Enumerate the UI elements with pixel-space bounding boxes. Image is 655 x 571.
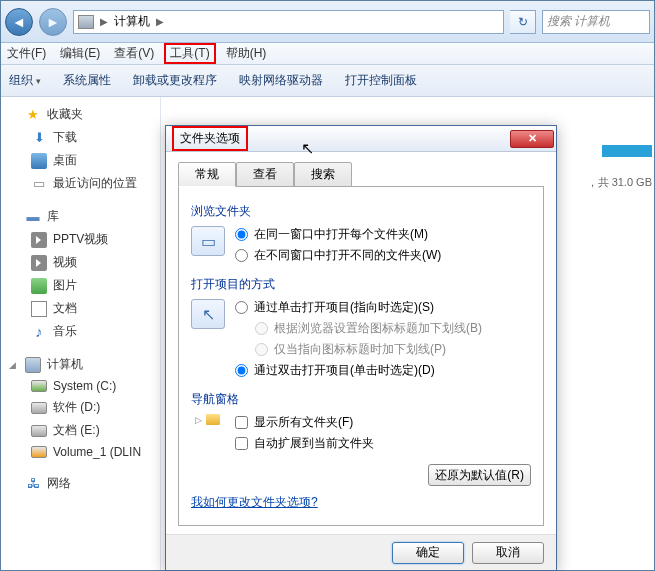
sidebar-item-pictures[interactable]: 图片 <box>1 274 160 297</box>
close-button[interactable]: ✕ <box>510 130 554 148</box>
video-icon <box>31 232 47 248</box>
ok-button[interactable]: 确定 <box>392 542 464 564</box>
breadcrumb-sep-icon: ▶ <box>156 16 164 27</box>
computer-icon <box>25 357 41 373</box>
favorites-group: ★ 收藏夹 ⬇下载 桌面 ▭最近访问的位置 <box>1 103 160 195</box>
computer-label: 计算机 <box>47 356 83 373</box>
disk-info-text: ，共 31.0 GB <box>587 175 652 190</box>
search-input[interactable]: 搜索 计算机 <box>542 10 650 34</box>
opt-double-click[interactable]: 通过双击打开项目(单击时选定)(D) <box>235 362 482 379</box>
radio-same-window[interactable] <box>235 228 248 241</box>
sidebar-item-drive-d[interactable]: 软件 (D:) <box>1 396 160 419</box>
sysprops-button[interactable]: 系统属性 <box>63 72 111 89</box>
opt-auto-expand[interactable]: 自动扩展到当前文件夹 <box>235 435 374 452</box>
tab-search[interactable]: 搜索 <box>294 162 352 187</box>
click-icon: ↖ <box>191 299 225 329</box>
libraries-header[interactable]: ▬ 库 <box>1 205 160 228</box>
controlpanel-button[interactable]: 打开控制面板 <box>345 72 417 89</box>
libraries-label: 库 <box>47 208 59 225</box>
radio-double-click[interactable] <box>235 364 248 377</box>
menu-file[interactable]: 文件(F) <box>7 45 46 62</box>
nav-back-button[interactable]: ◄ <box>5 8 33 36</box>
music-icon: ♪ <box>31 324 47 340</box>
breadcrumb-sep-icon: ▶ <box>100 16 108 27</box>
mapdrive-button[interactable]: 映射网络驱动器 <box>239 72 323 89</box>
dialog-buttons: 确定 取消 <box>166 534 556 570</box>
radio-own-window[interactable] <box>235 249 248 262</box>
tab-view[interactable]: 查看 <box>236 162 294 187</box>
usb-drive-icon <box>31 446 47 458</box>
browse-folders-group: 浏览文件夹 ▭ 在同一窗口中打开每个文件夹(M) 在不同窗口中打开不同的文件夹(… <box>191 203 531 264</box>
opt-underline-browser: 根据浏览器设置给图标标题加下划线(B) <box>255 320 482 337</box>
disk-usage-bar <box>602 145 652 157</box>
dialog-title: 文件夹选项 <box>172 126 248 151</box>
recent-icon: ▭ <box>31 176 47 192</box>
network-header[interactable]: 🖧 网络 <box>1 472 160 495</box>
sidebar-item-desktop[interactable]: 桌面 <box>1 149 160 172</box>
expand-icon[interactable]: ◢ <box>9 360 19 370</box>
menu-view[interactable]: 查看(V) <box>114 45 154 62</box>
check-show-all[interactable] <box>235 416 248 429</box>
cancel-button[interactable]: 取消 <box>472 542 544 564</box>
drive-icon <box>31 402 47 414</box>
browse-folders-title: 浏览文件夹 <box>191 203 531 220</box>
computer-header[interactable]: ◢ 计算机 <box>1 353 160 376</box>
network-label: 网络 <box>47 475 71 492</box>
sidebar-item-videos[interactable]: 视频 <box>1 251 160 274</box>
sidebar-item-pptv[interactable]: PPTV视频 <box>1 228 160 251</box>
address-bar[interactable]: ▶ 计算机 ▶ <box>73 10 504 34</box>
toolbar: 组织 系统属性 卸载或更改程序 映射网络驱动器 打开控制面板 <box>1 65 654 97</box>
opt-show-all-folders[interactable]: 显示所有文件夹(F) <box>235 414 374 431</box>
computer-icon <box>78 15 94 29</box>
opt-own-window[interactable]: 在不同窗口中打开不同的文件夹(W) <box>235 247 441 264</box>
explorer-window: ◄ ► ▶ 计算机 ▶ ↻ 搜索 计算机 文件(F) 编辑(E) 查看(V) 工… <box>0 0 655 571</box>
document-icon <box>31 301 47 317</box>
help-link[interactable]: 我如何更改文件夹选项? <box>191 494 318 511</box>
desktop-icon <box>31 153 47 169</box>
sidebar-item-drive-e[interactable]: 文档 (E:) <box>1 419 160 442</box>
nav-pane: ★ 收藏夹 ⬇下载 桌面 ▭最近访问的位置 ▬ 库 PPTV视频 视频 图片 文… <box>1 97 161 570</box>
network-icon: 🖧 <box>25 476 41 492</box>
check-auto-expand[interactable] <box>235 437 248 450</box>
sidebar-item-drive-c[interactable]: System (C:) <box>1 376 160 396</box>
sidebar-item-documents[interactable]: 文档 <box>1 297 160 320</box>
sidebar-item-music[interactable]: ♪音乐 <box>1 320 160 343</box>
radio-single-click[interactable] <box>235 301 248 314</box>
dialog-titlebar[interactable]: 文件夹选项 ✕ <box>166 126 556 152</box>
menu-tools[interactable]: 工具(T) <box>164 43 215 64</box>
dialog-body: 常规 查看 搜索 浏览文件夹 ▭ 在同一窗口中打开每个文件夹(M) 在不同窗口中… <box>166 152 556 534</box>
sidebar-item-downloads[interactable]: ⬇下载 <box>1 126 160 149</box>
library-icon: ▬ <box>25 209 41 225</box>
opt-single-click[interactable]: 通过单击打开项目(指向时选定)(S) <box>235 299 482 316</box>
network-group: 🖧 网络 <box>1 472 160 495</box>
browse-icon: ▭ <box>191 226 225 256</box>
drive-icon <box>31 380 47 392</box>
sidebar-item-recent[interactable]: ▭最近访问的位置 <box>1 172 160 195</box>
favorites-header[interactable]: ★ 收藏夹 <box>1 103 160 126</box>
nav-pane-group: 导航窗格 ▷ 显示所有文件夹(F) 自动扩展到当前文件夹 <box>191 391 531 452</box>
tabs: 常规 查看 搜索 <box>178 162 544 187</box>
picture-icon <box>31 278 47 294</box>
menu-help[interactable]: 帮助(H) <box>226 45 267 62</box>
click-items-title: 打开项目的方式 <box>191 276 531 293</box>
computer-group: ◢ 计算机 System (C:) 软件 (D:) 文档 (E:) Volume… <box>1 353 160 462</box>
refresh-button[interactable]: ↻ <box>510 10 536 34</box>
sidebar-item-drive-usb[interactable]: Volume_1 (DLIN <box>1 442 160 462</box>
address-location[interactable]: 计算机 <box>114 13 150 30</box>
tab-general[interactable]: 常规 <box>178 162 236 187</box>
titlebar: ◄ ► ▶ 计算机 ▶ ↻ 搜索 计算机 <box>1 1 654 43</box>
restore-defaults-button[interactable]: 还原为默认值(R) <box>428 464 531 486</box>
uninstall-button[interactable]: 卸载或更改程序 <box>133 72 217 89</box>
menu-edit[interactable]: 编辑(E) <box>60 45 100 62</box>
star-icon: ★ <box>25 107 41 123</box>
organize-button[interactable]: 组织 <box>9 72 41 89</box>
menubar: 文件(F) 编辑(E) 查看(V) 工具(T) 帮助(H) <box>1 43 654 65</box>
video-icon <box>31 255 47 271</box>
opt-same-window[interactable]: 在同一窗口中打开每个文件夹(M) <box>235 226 441 243</box>
nav-pane-title: 导航窗格 <box>191 391 531 408</box>
drive-icon <box>31 425 47 437</box>
opt-underline-point: 仅当指向图标标题时加下划线(P) <box>255 341 482 358</box>
tab-pane-general: 浏览文件夹 ▭ 在同一窗口中打开每个文件夹(M) 在不同窗口中打开不同的文件夹(… <box>178 186 544 526</box>
nav-forward-button[interactable]: ► <box>39 8 67 36</box>
click-items-group: 打开项目的方式 ↖ 通过单击打开项目(指向时选定)(S) 根据浏览器设置给图标标… <box>191 276 531 379</box>
